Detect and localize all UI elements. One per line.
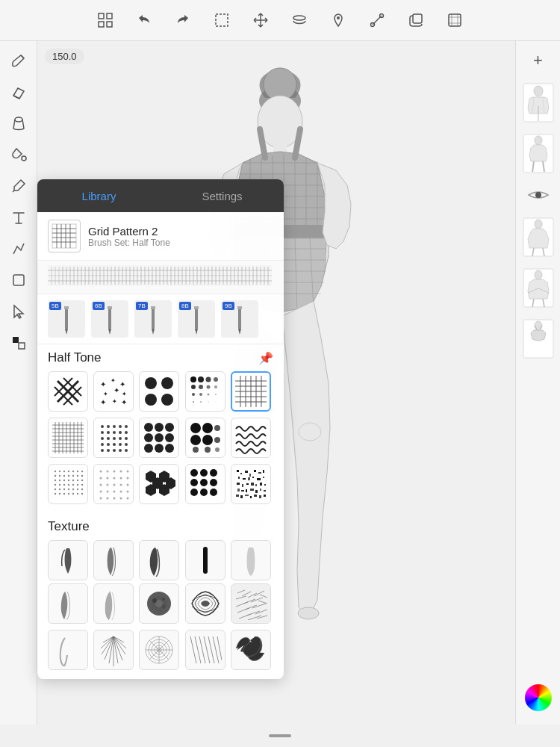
brush-wave[interactable] — [231, 418, 271, 458]
texture-12[interactable] — [93, 630, 134, 670]
pencil-7b[interactable]: 7B — [134, 300, 172, 338]
svg-point-201 — [125, 431, 128, 434]
svg-point-216 — [125, 449, 128, 452]
svg-point-257 — [59, 484, 60, 486]
texture-13[interactable] — [139, 630, 179, 670]
texture-14[interactable] — [185, 630, 225, 670]
svg-point-155 — [206, 385, 210, 389]
pencil-5b[interactable]: 5B — [48, 300, 85, 338]
texture-8[interactable] — [139, 583, 179, 624]
svg-point-227 — [202, 423, 213, 433]
brush-grid-pattern[interactable] — [231, 371, 271, 412]
redo-icon[interactable] — [171, 8, 195, 32]
texture-9[interactable] — [185, 583, 225, 624]
svg-point-196 — [125, 425, 128, 428]
svg-point-289 — [113, 484, 116, 486]
brush-tool[interactable] — [5, 47, 32, 74]
svg-point-209 — [113, 443, 116, 446]
shape-icon[interactable] — [404, 8, 428, 32]
texture-6[interactable] — [48, 583, 88, 624]
tab-settings[interactable]: Settings — [161, 179, 284, 212]
color-tool-left[interactable] — [5, 329, 32, 356]
svg-rect-326 — [243, 478, 246, 480]
color-wheel[interactable] — [525, 684, 552, 711]
svg-rect-346 — [240, 495, 243, 498]
texture-4[interactable] — [185, 540, 225, 580]
svg-point-215 — [119, 449, 122, 452]
texture-5[interactable] — [231, 540, 271, 580]
texture-1[interactable] — [48, 540, 88, 580]
layer-icon[interactable] — [287, 8, 311, 32]
eraser-tool[interactable] — [5, 78, 32, 105]
top-toolbar — [0, 0, 560, 41]
pen-icon[interactable] — [326, 8, 350, 32]
brush-gradient-dots[interactable] — [185, 371, 225, 412]
shape-draw-tool[interactable] — [5, 267, 32, 294]
texture-7[interactable] — [93, 583, 134, 624]
svg-text:✦: ✦ — [103, 391, 108, 397]
texture-10[interactable] — [231, 583, 271, 624]
brush-circles-grid[interactable] — [185, 464, 225, 504]
zoom-badge: 150.0 — [45, 49, 84, 64]
sketch-3[interactable] — [520, 214, 557, 259]
svg-point-17 — [264, 68, 296, 101]
svg-line-365 — [236, 596, 246, 599]
svg-point-195 — [119, 425, 122, 428]
brush-circles-large[interactable] — [139, 371, 179, 412]
texture-2[interactable] — [93, 540, 134, 580]
smudge-tool[interactable] — [5, 110, 32, 137]
brush-tiny-dots-2[interactable] — [93, 464, 134, 504]
select-icon[interactable] — [210, 8, 234, 32]
brush-dots-large[interactable] — [185, 418, 225, 458]
svg-point-283 — [107, 477, 109, 480]
selection-tool[interactable] — [5, 298, 32, 325]
texture-11[interactable] — [48, 630, 88, 670]
pin-icon[interactable]: 📌 — [258, 351, 273, 365]
grid-icon[interactable] — [93, 8, 117, 32]
pencil-8b[interactable]: 8B — [178, 300, 215, 338]
sketch-2[interactable] — [520, 131, 557, 176]
brush-cross-hatch[interactable] — [48, 371, 88, 412]
brush-hex[interactable] — [139, 464, 179, 504]
svg-rect-324 — [263, 470, 264, 473]
text-tool[interactable] — [5, 204, 32, 231]
fill-tool[interactable] — [5, 141, 32, 168]
svg-point-300 — [120, 498, 122, 500]
texture-15[interactable] — [231, 630, 271, 670]
brush-small-grid[interactable] — [48, 418, 88, 458]
brush-circles-med[interactable] — [139, 418, 179, 458]
svg-point-161 — [193, 401, 194, 403]
tab-library[interactable]: Library — [37, 179, 161, 212]
svg-rect-343 — [260, 489, 261, 491]
undo-icon[interactable] — [132, 8, 156, 32]
svg-point-297 — [100, 498, 102, 500]
svg-point-213 — [107, 449, 110, 452]
frame-icon[interactable] — [443, 8, 467, 32]
svg-rect-125 — [151, 306, 155, 309]
pencil-6b[interactable]: 6B — [91, 300, 128, 338]
svg-rect-332 — [242, 484, 243, 487]
brush-noise[interactable] — [231, 464, 271, 504]
svg-point-238 — [68, 471, 69, 472]
svg-rect-331 — [237, 483, 240, 485]
eyedropper-tool[interactable] — [5, 173, 32, 199]
texture-3[interactable] — [139, 540, 179, 580]
sketch-4[interactable] — [520, 265, 557, 310]
svg-point-5 — [293, 16, 305, 20]
sketch-eye[interactable] — [525, 182, 552, 208]
brush-stars[interactable]: ✦ ✦ ✦ ✦ ✦ ✦ ✦ ✦ ✦ — [93, 371, 134, 412]
pencil-9b[interactable]: 9B — [221, 300, 258, 338]
svg-point-224 — [155, 444, 164, 453]
move-icon[interactable] — [249, 8, 273, 32]
svg-point-240 — [77, 471, 78, 472]
vector-tool[interactable] — [5, 235, 32, 262]
svg-point-45 — [299, 423, 321, 441]
sketch-1[interactable] — [520, 80, 557, 125]
add-button[interactable]: + — [525, 47, 552, 74]
brush-small-dots[interactable] — [93, 418, 134, 458]
sketch-5[interactable] — [520, 316, 557, 361]
svg-point-235 — [55, 471, 56, 472]
svg-line-400 — [199, 636, 205, 663]
transform-icon[interactable] — [365, 8, 389, 32]
brush-tiny-dots-1[interactable] — [48, 464, 88, 504]
